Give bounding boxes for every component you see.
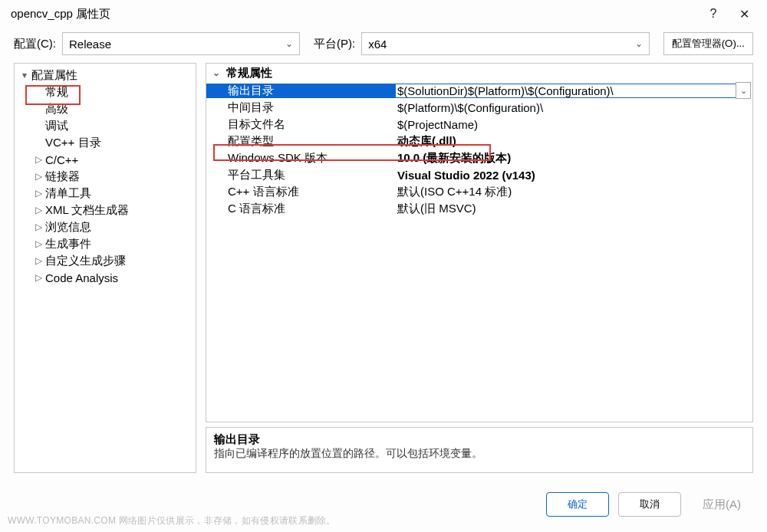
grid-row[interactable]: 中间目录 $(Platform)\$(Configuration)\: [206, 99, 752, 116]
tree-item-ccpp[interactable]: ▷ C/C++: [15, 151, 196, 168]
prop-value[interactable]: Visual Studio 2022 (v143): [396, 169, 752, 182]
caret-right-icon: ▷: [33, 171, 44, 182]
tree-item-label: 浏览信息: [44, 220, 91, 235]
chevron-down-icon: ⌄: [635, 38, 643, 49]
grid-row[interactable]: 平台工具集 Visual Studio 2022 (v143): [206, 166, 752, 183]
close-button[interactable]: ✕: [729, 7, 759, 21]
tree-item-advanced[interactable]: 高级: [15, 100, 196, 117]
prop-name: 配置类型: [206, 134, 396, 149]
chevron-down-icon: ⌄: [212, 67, 226, 78]
tree-item-label: Code Analysis: [44, 271, 118, 284]
description-title: 输出目录: [214, 432, 745, 447]
tree-root-label: 配置属性: [30, 68, 77, 83]
apply-button[interactable]: 应用(A): [690, 492, 753, 517]
prop-name: Windows SDK 版本: [206, 151, 396, 166]
tree-item-label: 高级: [44, 102, 68, 117]
caret-right-icon: ▷: [33, 222, 44, 232]
prop-name: 平台工具集: [206, 168, 396, 182]
grid-row[interactable]: C++ 语言标准 默认(ISO C++14 标准): [206, 183, 752, 200]
caret-right-icon: ▷: [33, 238, 44, 249]
ok-button[interactable]: 确定: [546, 492, 609, 517]
dialog-footer: 确定 取消 应用(A): [546, 492, 753, 517]
description-panel: 输出目录 指向已编译程序的放置位置的路径。可以包括环境变量。: [206, 427, 753, 473]
prop-name: C 语言标准: [206, 202, 396, 216]
prop-value[interactable]: 默认(旧 MSVC): [396, 202, 752, 216]
tree-item-linker[interactable]: ▷ 链接器: [15, 168, 196, 185]
tree-item-label: VC++ 目录: [44, 136, 101, 150]
description-text: 指向已编译程序的放置位置的路径。可以包括环境变量。: [214, 447, 745, 461]
category-tree[interactable]: ▾ 配置属性 常规 高级 调试 VC++ 目录 ▷ C/C++ ▷ 链接器: [14, 63, 196, 473]
chevron-down-icon: ⌄: [285, 38, 293, 49]
tree-item-label: 自定义生成步骤: [44, 254, 126, 268]
config-value: Release: [69, 38, 111, 51]
tree-item-label: XML 文档生成器: [44, 203, 129, 218]
prop-value[interactable]: $(ProjectName): [396, 118, 752, 131]
config-manager-button[interactable]: 配置管理器(O)...: [663, 32, 753, 55]
tree-item-general[interactable]: 常规: [15, 84, 196, 100]
caret-right-icon: ▷: [33, 188, 44, 199]
config-label: 配置(C):: [14, 37, 56, 51]
tree-item-custombuildstep[interactable]: ▷ 自定义生成步骤: [15, 252, 196, 269]
tree-item-label: 调试: [44, 119, 68, 133]
watermark-text: WWW.TOYMOBAN.COM 网络图片仅供展示，非存储，如有侵权请联系删除。: [8, 514, 336, 527]
tree-item-codeanalysis[interactable]: ▷ Code Analysis: [15, 269, 196, 286]
grid-row[interactable]: 输出目录 $(SolutionDir)$(Platform)\$(Configu…: [206, 82, 752, 99]
tree-item-manifest[interactable]: ▷ 清单工具: [15, 185, 196, 202]
cancel-button[interactable]: 取消: [618, 492, 681, 517]
prop-name: 目标文件名: [206, 117, 396, 132]
dropdown-button[interactable]: ⌄: [736, 82, 751, 99]
prop-value[interactable]: $(Platform)\$(Configuration)\: [396, 101, 752, 114]
tree-item-label: 常规: [44, 85, 68, 100]
config-combobox[interactable]: Release ⌄: [62, 32, 300, 55]
caret-right-icon: ▷: [33, 255, 44, 266]
tree-item-buildevents[interactable]: ▷ 生成事件: [15, 235, 196, 252]
panels: ▾ 配置属性 常规 高级 调试 VC++ 目录 ▷ C/C++ ▷ 链接器: [0, 63, 767, 473]
tree-item-label: 生成事件: [44, 237, 91, 251]
prop-value[interactable]: 默认(ISO C++14 标准): [396, 185, 752, 199]
right-panel: ⌄ 常规属性 输出目录 $(SolutionDir)$(Platform)\$(…: [206, 63, 753, 473]
tree-item-xml[interactable]: ▷ XML 文档生成器: [15, 202, 196, 218]
prop-value[interactable]: $(SolutionDir)$(Platform)\$(Configuratio…: [396, 84, 736, 98]
tree-item-browseinfo[interactable]: ▷ 浏览信息: [15, 218, 196, 235]
top-row: 配置(C): Release ⌄ 平台(P): x64 ⌄ 配置管理器(O)..…: [0, 28, 767, 63]
window-title: opencv_cpp 属性页: [8, 7, 698, 21]
caret-right-icon: ▷: [33, 154, 44, 165]
tree-item-label: 链接器: [44, 169, 80, 184]
platform-combobox[interactable]: x64 ⌄: [361, 32, 649, 55]
tree-root[interactable]: ▾ 配置属性: [15, 67, 196, 84]
caret-down-icon: ▾: [19, 70, 30, 80]
prop-name: C++ 语言标准: [206, 185, 396, 199]
property-grid: ⌄ 常规属性 输出目录 $(SolutionDir)$(Platform)\$(…: [206, 63, 753, 422]
tree-item-label: 清单工具: [44, 186, 91, 201]
grid-header[interactable]: ⌄ 常规属性: [206, 64, 752, 82]
grid-row[interactable]: 目标文件名 $(ProjectName): [206, 116, 752, 133]
help-button[interactable]: ?: [698, 7, 729, 21]
chevron-down-icon: ⌄: [740, 86, 747, 96]
tree-item-label: C/C++: [44, 153, 78, 166]
prop-value[interactable]: 10.0 (最新安装的版本): [396, 151, 752, 166]
tree-item-vcdirs[interactable]: VC++ 目录: [15, 134, 196, 151]
platform-value: x64: [368, 38, 387, 51]
prop-name: 输出目录: [206, 84, 396, 98]
tree-item-debug[interactable]: 调试: [15, 117, 196, 134]
caret-right-icon: ▷: [33, 272, 44, 283]
grid-row[interactable]: 配置类型 动态库(.dll): [206, 133, 752, 149]
prop-value[interactable]: 动态库(.dll): [396, 134, 752, 149]
grid-row[interactable]: C 语言标准 默认(旧 MSVC): [206, 200, 752, 217]
prop-name: 中间目录: [206, 100, 396, 115]
caret-right-icon: ▷: [33, 205, 44, 215]
platform-label: 平台(P):: [314, 37, 355, 51]
grid-header-label: 常规属性: [226, 66, 272, 80]
grid-row[interactable]: Windows SDK 版本 10.0 (最新安装的版本): [206, 149, 752, 166]
title-bar: opencv_cpp 属性页 ? ✕: [0, 0, 767, 28]
